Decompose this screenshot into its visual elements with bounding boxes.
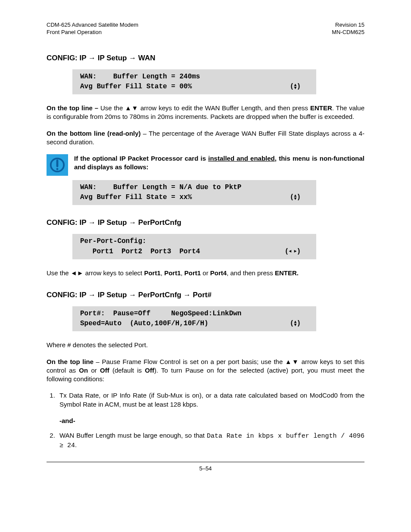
conditions-list: Tx Data Rate, or IP Info Rate (if Sub-Mu… <box>47 391 364 450</box>
arrow-right-icon: → <box>88 218 96 227</box>
lcd-line: Port#: Pause=Off NegoSpeed:LinkDwn <box>80 309 308 319</box>
header-left: CDM-625 Advanced Satellite Modem Front P… <box>47 22 138 36</box>
doc-number: MN-CDM625 <box>332 29 364 36</box>
arrow-right-icon: → <box>129 291 136 299</box>
lcd-line: Speed=Auto (Auto,100F/H,10F/H)(▲▼) <box>80 319 308 329</box>
lcd-display-perport: Per-Port-Config: Port1 Port2 Port3 Port4… <box>72 234 316 259</box>
page-header: CDM-625 Advanced Satellite Modem Front P… <box>47 22 364 36</box>
lcd-line: WAN: Buffer Length = 240ms <box>80 72 308 82</box>
section-heading-wan: CONFIG: IP → IP Setup → WAN <box>47 53 364 63</box>
arrow-right-icon: → <box>129 218 136 227</box>
leftright-icon: (◄ ►) <box>285 247 301 257</box>
page-number: 5–54 <box>199 465 212 472</box>
paragraph: On the bottom line (read-only) – The per… <box>47 129 364 147</box>
svg-point-2 <box>56 168 59 170</box>
arrow-right-icon: → <box>129 54 136 62</box>
paragraph: Where # denotes the selected Port. <box>47 341 364 349</box>
doc-title: CDM-625 Advanced Satellite Modem <box>47 22 138 29</box>
list-item: Tx Data Rate, or IP Info Rate (if Sub-Mu… <box>57 391 364 425</box>
lcd-line: Avg Buffer Fill State = 00%(▲▼) <box>80 82 308 92</box>
lcd-line: Avg Buffer Fill State = xx%(▲▼) <box>80 193 308 202</box>
updown-icon: (▲▼) <box>290 82 301 92</box>
arrow-right-icon: → <box>88 291 96 299</box>
section-heading-perportcnfg: CONFIG: IP → IP Setup → PerPortCnfg <box>47 218 364 228</box>
doc-subtitle: Front Panel Operation <box>47 29 138 36</box>
lcd-display-wan-pktp: WAN: Buffer Length = N/A due to PktP Avg… <box>72 180 316 205</box>
list-item: WAN Buffer Length must be large enough, … <box>57 431 364 451</box>
updown-icon: (▲▼) <box>290 193 301 202</box>
lcd-display-portnum: Port#: Pause=Off NegoSpeed:LinkDwn Speed… <box>72 306 316 331</box>
paragraph: On the top line – Pause Frame Flow Contr… <box>47 358 364 384</box>
arrow-right-icon: → <box>88 54 96 62</box>
arrow-right-icon: → <box>184 291 191 299</box>
lcd-display-wan: WAN: Buffer Length = 240ms Avg Buffer Fi… <box>72 69 316 94</box>
lcd-line: Per-Port-Config: <box>80 236 308 246</box>
lcd-line: WAN: Buffer Length = N/A due to PktP <box>80 183 308 193</box>
section-heading-portnum: CONFIG: IP → IP Setup → PerPortCnfg → Po… <box>47 290 364 300</box>
note-callout: If the optional IP Packet Processor card… <box>47 154 364 176</box>
header-right: Revision 15 MN-CDM625 <box>332 22 364 36</box>
lcd-line: Port1 Port2 Port3 Port4(◄ ►) <box>80 247 308 257</box>
alert-icon <box>47 154 68 176</box>
paragraph: On the top line – Use the ▲▼ arrow keys … <box>47 104 364 121</box>
paragraph: Use the ◄► arrow keys to select Port1, P… <box>47 269 364 277</box>
note-text: If the optional IP Packet Processor card… <box>74 154 364 172</box>
page-footer: 5–54 <box>47 462 364 473</box>
revision: Revision 15 <box>332 22 364 29</box>
updown-icon: (▲▼) <box>290 319 301 329</box>
